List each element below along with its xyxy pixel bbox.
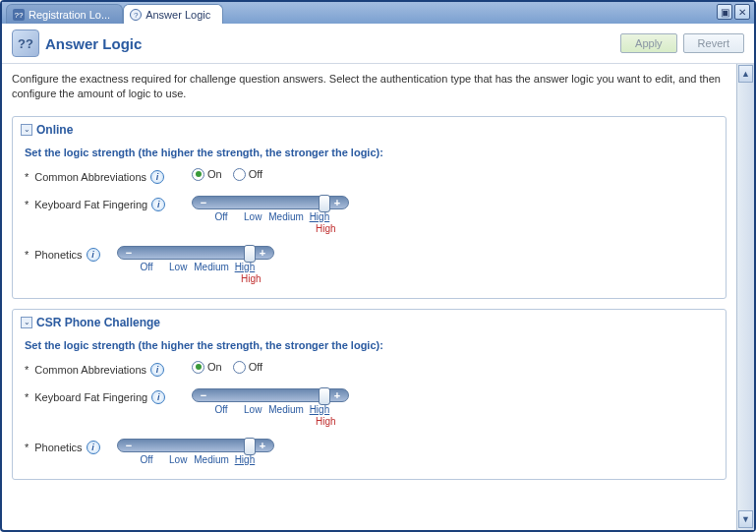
panel-title: CSR Phone Challenge [36,316,160,329]
tick-off: Off [131,262,162,272]
slider-plus-icon[interactable]: + [254,247,271,259]
tab-icon: ? [130,9,142,21]
tick-high: High [229,262,261,272]
field-label: Common Abbreviations [34,171,146,183]
strength-label: Set the logic strength (the higher the s… [25,147,714,158]
tick-low: Low [162,262,194,272]
fatfinger-slider: − + Off Low Medium High High [192,388,349,427]
radio-on[interactable] [192,168,204,181]
slider-thumb[interactable] [244,438,256,455]
tab-registration-logic[interactable]: ?? Registration Lo... [6,4,123,24]
slider-track[interactable]: − + [117,246,274,260]
panel-title: Online [36,123,73,137]
slider-minus-icon[interactable]: − [195,389,212,401]
revert-button[interactable]: Revert [683,33,744,53]
scroll-up-icon[interactable]: ▲ [738,65,753,83]
required-marker: * [25,249,29,261]
field-label: Keyboard Fat Fingering [34,199,147,210]
tick-off: Off [205,211,237,222]
info-icon[interactable]: i [87,441,100,454]
slider-plus-icon[interactable]: + [328,197,346,208]
field-label: Common Abbreviations [34,364,146,376]
content-area: Configure the exactness required for cha… [2,64,736,530]
chevron-down-icon: ⌄ [21,124,32,136]
slider-minus-icon[interactable]: − [120,440,138,451]
slider-track[interactable]: − + [192,196,349,209]
detach-icon[interactable]: ▣ [717,4,732,20]
fatfinger-slider: − + Off Low Medium High High [192,196,349,234]
radio-label-off: Off [249,168,262,180]
slider-track[interactable]: − + [117,439,274,452]
panel-toggle-csr[interactable]: ⌄ CSR Phone Challenge [13,310,726,335]
panel-online: ⌄ Online Set the logic strength (the hig… [12,116,727,299]
page-title: Answer Logic [45,35,620,52]
tick-off: Off [131,454,162,465]
required-marker: * [25,391,29,403]
info-icon[interactable]: i [87,248,100,262]
abbrev-radio-group: On Off [192,168,270,181]
abbrev-radio-group: On Off [192,361,270,374]
slider-plus-icon[interactable]: + [254,440,271,451]
apply-button[interactable]: Apply [620,33,677,53]
close-icon[interactable]: ✕ [734,4,750,20]
radio-off[interactable] [233,361,246,374]
field-label: Phonetics [34,249,82,261]
tick-low: Low [162,454,194,465]
radio-label-on: On [207,168,222,180]
required-marker: * [25,364,29,376]
tab-icon: ?? [13,9,25,21]
field-label: Phonetics [34,442,82,453]
app-window: ?? Registration Lo... ? Answer Logic ▣ ✕… [0,0,756,532]
tick-medium: Medium [194,454,229,465]
scroll-down-icon[interactable]: ▼ [738,510,753,528]
tab-label: Registration Lo... [29,9,110,21]
tab-label: Answer Logic [145,9,210,21]
slider-thumb[interactable] [244,245,256,263]
slider-value: High [316,223,336,234]
slider-value: High [241,273,262,284]
radio-off[interactable] [233,168,246,181]
field-label: Keyboard Fat Fingering [34,391,147,403]
info-icon[interactable]: i [150,170,164,184]
tick-low: Low [237,211,268,222]
panel-toggle-online[interactable]: ⌄ Online [13,117,726,143]
slider-plus-icon[interactable]: + [328,389,346,401]
radio-label-off: Off [249,361,262,373]
radio-on[interactable] [192,361,204,374]
slider-minus-icon[interactable]: − [120,247,138,259]
radio-label-on: On [207,361,222,373]
tick-high: High [229,454,261,465]
info-icon[interactable]: i [151,390,165,404]
tab-bar: ?? Registration Lo... ? Answer Logic ▣ ✕ [2,2,754,24]
info-icon[interactable]: i [150,363,164,377]
chevron-down-icon: ⌄ [21,317,32,328]
panel-csr: ⌄ CSR Phone Challenge Set the logic stre… [12,309,727,480]
tick-low: Low [237,404,268,415]
tick-high: High [304,211,335,222]
answer-logic-icon: ?? [12,30,39,57]
info-icon[interactable]: i [151,198,165,211]
phonetics-slider: − + Off Low Medium High High [117,246,274,284]
slider-minus-icon[interactable]: − [195,197,212,208]
tick-medium: Medium [268,404,304,415]
slider-thumb[interactable] [319,195,330,212]
tick-medium: Medium [268,211,304,222]
required-marker: * [25,199,29,210]
header: ?? Answer Logic Apply Revert [2,24,754,64]
tick-high: High [304,404,335,415]
slider-thumb[interactable] [319,387,330,405]
strength-label: Set the logic strength (the higher the s… [25,339,714,351]
tick-medium: Medium [194,262,229,272]
slider-value: High [316,416,336,427]
vertical-scrollbar[interactable]: ▲ ▼ [736,64,754,530]
required-marker: * [25,171,29,183]
tick-off: Off [205,404,237,415]
tab-answer-logic[interactable]: ? Answer Logic [123,4,223,24]
description-text: Configure the exactness required for cha… [12,72,727,102]
required-marker: * [25,442,29,453]
phonetics-slider: − + Off Low Medium High [117,439,274,465]
slider-track[interactable]: − + [192,388,349,402]
